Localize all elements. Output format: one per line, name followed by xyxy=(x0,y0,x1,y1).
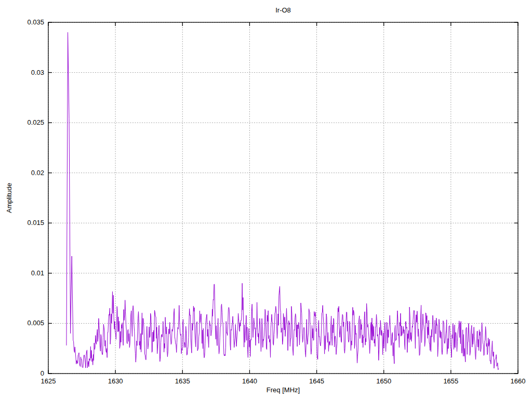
x-tick-label: 1655 xyxy=(434,377,468,385)
y-tick-label: 0.035 xyxy=(3,18,44,26)
y-axis-label: Amplitude xyxy=(5,146,15,250)
x-tick-label: 1650 xyxy=(367,377,401,385)
x-tick-label: 1660 xyxy=(501,377,532,385)
y-tick-label: 0 xyxy=(3,369,44,378)
y-tick-label: 0.03 xyxy=(3,69,44,77)
x-tick-label: 1640 xyxy=(233,377,266,385)
x-tick-label: 1630 xyxy=(99,377,132,385)
plot-canvas: Ir-O8 Freq [MHz] Amplitude 00.0050.010.0… xyxy=(0,0,532,399)
y-tick-label: 0.02 xyxy=(3,169,44,177)
plot-area xyxy=(0,0,532,399)
y-tick-label: 0.005 xyxy=(3,319,44,327)
x-axis-label: Freq [MHz] xyxy=(48,386,518,394)
y-tick-label: 0.015 xyxy=(3,219,44,227)
chart-title: Ir-O8 xyxy=(48,6,518,14)
y-tick-label: 0.01 xyxy=(3,269,44,277)
x-tick-label: 1625 xyxy=(32,377,65,385)
y-tick-label: 0.025 xyxy=(3,118,44,127)
spectrum-line xyxy=(66,32,499,369)
x-tick-label: 1645 xyxy=(300,377,334,385)
x-tick-label: 1635 xyxy=(166,377,199,385)
